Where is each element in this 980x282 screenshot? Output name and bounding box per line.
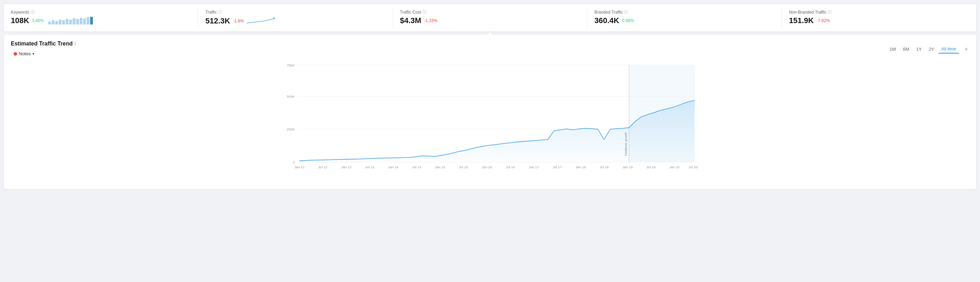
- sparkbar-7: [69, 19, 72, 24]
- chart-container: Estimated Traffic Trend i Notes ▾ 1M 6M …: [3, 35, 977, 190]
- metric-non-branded-traffic: Non-Branded Traffic ⓘ 151.9K -7.82%: [782, 7, 976, 28]
- svg-text:Jul 16: Jul 16: [506, 165, 515, 169]
- time-btn-alltime[interactable]: All time: [939, 45, 959, 53]
- sparkbar-13: [90, 17, 93, 24]
- traffic-change: -1.8%: [233, 19, 244, 24]
- branded-traffic-value: 360.4K: [594, 16, 619, 25]
- time-btn-2y[interactable]: 2Y: [926, 45, 937, 53]
- svg-text:Jan 19: Jan 19: [622, 165, 633, 169]
- svg-text:Jan 13: Jan 13: [341, 165, 352, 169]
- svg-text:Jan 17: Jan 17: [529, 165, 539, 169]
- time-btn-1m[interactable]: 1M: [887, 45, 899, 53]
- sparkbar-5: [62, 20, 65, 24]
- svg-point-0: [274, 17, 275, 19]
- sparkbar-9: [76, 19, 79, 24]
- sparkbar-6: [66, 19, 68, 24]
- chart-info-icon[interactable]: i: [75, 41, 76, 46]
- sparkbar-2: [52, 20, 54, 24]
- svg-text:Jan 12: Jan 12: [294, 165, 305, 169]
- sparkbar-11: [83, 19, 86, 24]
- sparkbar-1: [48, 22, 51, 24]
- sparkbar-4: [59, 19, 62, 24]
- svg-text:Jul 15: Jul 15: [459, 165, 468, 169]
- sparkbar-12: [87, 17, 89, 24]
- non-branded-traffic-value: 151.9K: [789, 16, 814, 25]
- sparkbar-3: [55, 21, 58, 24]
- metric-traffic: Traffic ⓘ 512.3K -1.8%: [198, 7, 393, 28]
- time-btn-6m[interactable]: 6M: [900, 45, 912, 53]
- svg-text:Jul 18: Jul 18: [599, 165, 609, 169]
- svg-text:0: 0: [293, 160, 295, 164]
- svg-text:Jan 18: Jan 18: [576, 165, 586, 169]
- notes-dot: [14, 52, 17, 56]
- notes-chevron-icon: ▾: [32, 52, 34, 56]
- notes-button[interactable]: Notes ▾: [11, 50, 76, 58]
- non-branded-traffic-info-icon[interactable]: ⓘ: [828, 10, 832, 15]
- traffic-cost-value: $4.3M: [400, 16, 421, 25]
- svg-text:Jul 17: Jul 17: [552, 165, 562, 169]
- svg-text:Jul 12: Jul 12: [318, 165, 327, 169]
- metric-traffic-cost: Traffic Cost ⓘ $4.3M -1.33%: [393, 7, 587, 28]
- chart-title: Estimated Traffic Trend i: [11, 41, 76, 47]
- metric-branded-traffic: Branded Traffic ⓘ 360.4K 0.98%: [587, 7, 782, 28]
- traffic-cost-info-icon[interactable]: ⓘ: [423, 10, 426, 15]
- keywords-label: Keywords: [11, 10, 29, 15]
- branded-traffic-change: 0.98%: [622, 18, 634, 23]
- sparkbar-10: [80, 18, 83, 24]
- traffic-label: Traffic: [205, 10, 217, 15]
- notes-label: Notes: [19, 51, 31, 56]
- svg-text:750K: 750K: [287, 63, 295, 67]
- svg-text:500K: 500K: [287, 95, 295, 98]
- branded-traffic-info-icon[interactable]: ⓘ: [624, 10, 628, 15]
- metric-keywords: Keywords ⓘ 108K 3.46%: [4, 7, 198, 28]
- svg-text:Jul 20: Jul 20: [688, 165, 698, 169]
- svg-text:Jan 14: Jan 14: [388, 165, 398, 169]
- keywords-sparkbar: [48, 17, 93, 24]
- svg-text:250K: 250K: [287, 127, 295, 131]
- traffic-value: 512.3K: [205, 16, 230, 26]
- keywords-change: 3.46%: [32, 18, 44, 23]
- svg-text:Jan 15: Jan 15: [435, 165, 445, 169]
- non-branded-traffic-change: -7.82%: [816, 18, 830, 23]
- traffic-sparkline: [247, 16, 275, 26]
- svg-text:Jan 16: Jan 16: [482, 165, 492, 169]
- traffic-cost-change: -1.33%: [424, 18, 437, 23]
- keywords-value: 108K: [11, 16, 29, 25]
- traffic-cost-label: Traffic Cost: [400, 10, 421, 15]
- svg-text:Jan 20: Jan 20: [669, 165, 679, 169]
- svg-text:Jul 13: Jul 13: [365, 165, 374, 169]
- branded-traffic-label: Branded Traffic: [594, 10, 623, 15]
- time-btn-1y[interactable]: 1Y: [913, 45, 924, 53]
- close-button[interactable]: ×: [963, 45, 969, 53]
- chart-header: Estimated Traffic Trend i Notes ▾ 1M 6M …: [11, 41, 969, 58]
- tooltip-arrow: [487, 32, 493, 35]
- svg-text:Jul 14: Jul 14: [412, 165, 422, 169]
- traffic-info-icon[interactable]: ⓘ: [218, 10, 222, 15]
- svg-text:Jul 19: Jul 19: [646, 165, 655, 169]
- metrics-bar: Keywords ⓘ 108K 3.46%: [3, 3, 977, 32]
- keywords-info-icon[interactable]: ⓘ: [31, 10, 35, 15]
- sparkbar-8: [73, 18, 75, 24]
- non-branded-traffic-label: Non-Branded Traffic: [789, 10, 826, 15]
- chart-area-wrap: 0 250K 500K 750K Database growth Jan 12 …: [11, 62, 969, 182]
- traffic-trend-chart: 0 250K 500K 750K Database growth Jan 12 …: [11, 62, 969, 181]
- time-filters: 1M 6M 1Y 2Y All time: [887, 45, 959, 53]
